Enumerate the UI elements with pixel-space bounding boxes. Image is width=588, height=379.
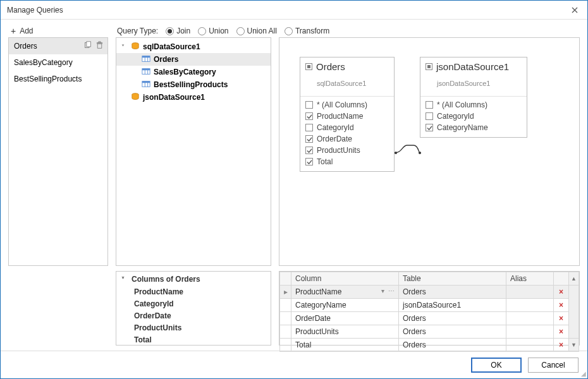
- columns-of-item[interactable]: ProductName: [116, 286, 271, 298]
- grid-cell-table[interactable]: Orders: [399, 339, 506, 352]
- columns-of-panel: ˅Columns of Orders ProductName CategoryI…: [116, 271, 271, 346]
- card-columns: * (All Columns) CategoryId CategoryName: [420, 96, 527, 137]
- grid-cell-column[interactable]: CategoryName: [291, 299, 399, 312]
- grid-row[interactable]: Total Orders × ▼: [280, 339, 579, 352]
- table-icon: [142, 80, 150, 90]
- card-col-categoryid[interactable]: CategoryId: [305, 123, 389, 132]
- query-type-join[interactable]: Join: [166, 27, 190, 35]
- queries-list: Orders SalesByCategory BestSellingProduc…: [8, 37, 108, 266]
- source-node-jsondatasource1[interactable]: ˅ jsonDataSource1: [116, 91, 271, 104]
- delete-row-button[interactable]: ×: [559, 301, 563, 310]
- grid-cell-table[interactable]: Orders: [399, 312, 506, 325]
- grid-cell-alias[interactable]: [506, 339, 554, 352]
- join-connector[interactable]: [395, 145, 421, 166]
- center-row: ˅ sqlDataSource1 Orders SalesByCategory: [116, 37, 580, 266]
- card-col-productname[interactable]: ProductName: [305, 112, 389, 121]
- delete-row-button[interactable]: ×: [559, 314, 563, 323]
- queries-panel: + Add Orders SalesByCategory: [8, 23, 108, 266]
- grid-cell-column[interactable]: ProductUnits: [291, 325, 399, 339]
- query-item-label: BestSellingProducts: [14, 75, 82, 83]
- grid-cell-table[interactable]: Orders: [399, 286, 506, 299]
- query-type-transform[interactable]: Transform: [285, 27, 329, 35]
- grid-row[interactable]: ProductUnits Orders ×: [280, 325, 579, 339]
- titlebar: Manage Queries: [1, 1, 587, 20]
- canvas-card-jsondatasource1[interactable]: jsonDataSource1 jsonDataSource1 * (All C…: [420, 57, 527, 138]
- delete-row-button[interactable]: ×: [559, 327, 563, 336]
- source-table-orders[interactable]: Orders: [116, 53, 271, 66]
- grid-cell-column[interactable]: ProductName▾ ⋯: [291, 286, 399, 299]
- ok-button[interactable]: OK: [471, 358, 522, 373]
- svg-point-16: [395, 152, 397, 154]
- query-type-union[interactable]: Union: [198, 27, 228, 35]
- table-icon: [142, 55, 150, 64]
- delete-icon[interactable]: [95, 41, 104, 51]
- delete-row-button[interactable]: ×: [559, 340, 563, 349]
- footer: OK Cancel ◢: [1, 351, 587, 378]
- query-item-salesbycategory[interactable]: SalesByCategory: [9, 54, 107, 71]
- grid-row[interactable]: ▸ ProductName▾ ⋯ Orders ×: [280, 286, 579, 299]
- query-type-row: Query Type: Join Union Union All Transfo…: [116, 23, 580, 37]
- window-title: Manage Queries: [7, 6, 63, 15]
- join-canvas[interactable]: Orders sqlDataSource1 * (All Columns) Pr…: [279, 37, 580, 266]
- query-type-unionall[interactable]: Union All: [236, 27, 277, 35]
- svg-rect-4: [142, 56, 150, 57]
- query-item-orders[interactable]: Orders: [9, 38, 107, 54]
- query-item-bestsellingproducts[interactable]: BestSellingProducts: [9, 71, 107, 87]
- grid-cell-alias[interactable]: [506, 312, 554, 325]
- grid-cell-table[interactable]: Orders: [399, 325, 506, 339]
- card-handle-icon[interactable]: [426, 63, 432, 70]
- grid-cell-alias[interactable]: [506, 299, 554, 312]
- grid-header-row: Column Table Alias ▲: [280, 272, 579, 286]
- expander-icon[interactable]: ˅: [121, 276, 128, 283]
- center-column: Query Type: Join Union Union All Transfo…: [116, 23, 580, 266]
- columns-of-item[interactable]: CategoryId: [116, 298, 271, 310]
- query-item-label: Orders: [14, 42, 37, 51]
- output-grid: Column Table Alias ▲ ▸ ProductName▾ ⋯ Or…: [279, 271, 580, 346]
- canvas-card-orders[interactable]: Orders sqlDataSource1 * (All Columns) Pr…: [300, 57, 395, 172]
- delete-row-button[interactable]: ×: [559, 287, 563, 296]
- cancel-button[interactable]: Cancel: [528, 358, 579, 373]
- scroll-up-button[interactable]: ▲: [569, 272, 579, 286]
- columns-of-item[interactable]: Total: [116, 334, 271, 346]
- source-node-sqldatasource1[interactable]: ˅ sqlDataSource1: [116, 40, 271, 53]
- grid-header-alias[interactable]: Alias: [506, 272, 554, 286]
- card-col-all[interactable]: * (All Columns): [426, 100, 522, 109]
- source-table-salesbycategory[interactable]: SalesByCategory: [116, 66, 271, 78]
- expander-icon[interactable]: ˅: [121, 44, 128, 51]
- grid-cell-column[interactable]: Total: [291, 339, 399, 352]
- card-col-total[interactable]: Total: [305, 157, 389, 166]
- grid-header-column[interactable]: Column: [291, 272, 399, 286]
- grid-cell-alias[interactable]: [506, 325, 554, 339]
- card-handle-icon[interactable]: [305, 63, 312, 70]
- radio-icon: [236, 27, 245, 35]
- columns-of-item[interactable]: OrderDate: [116, 310, 271, 322]
- scrollbar-track[interactable]: [569, 286, 579, 339]
- close-button[interactable]: [567, 3, 582, 18]
- grid-cell-alias[interactable]: [506, 286, 554, 299]
- card-subtitle: sqlDataSource1: [300, 73, 394, 96]
- grid-cell-column[interactable]: OrderDate: [291, 312, 399, 325]
- card-col-productunits[interactable]: ProductUnits: [305, 146, 389, 155]
- copy-icon[interactable]: [83, 41, 92, 51]
- svg-rect-8: [142, 68, 150, 70]
- card-col-all[interactable]: * (All Columns): [305, 100, 389, 109]
- svg-rect-12: [142, 81, 150, 83]
- add-label: Add: [20, 27, 33, 35]
- source-table-bestsellingproducts[interactable]: BestSellingProducts: [116, 78, 271, 91]
- grid-row[interactable]: CategoryName jsonDataSource1 ×: [280, 299, 579, 312]
- card-col-categoryname[interactable]: CategoryName: [426, 123, 522, 132]
- dropdown-icon[interactable]: ▾ ⋯: [381, 287, 395, 294]
- grid-header-table[interactable]: Table: [399, 272, 506, 286]
- card-col-categoryid[interactable]: CategoryId: [426, 112, 522, 121]
- database-icon: [131, 42, 140, 52]
- columns-of-item[interactable]: ProductUnits: [116, 322, 271, 334]
- query-type-label: Query Type:: [117, 27, 158, 35]
- card-col-orderdate[interactable]: OrderDate: [305, 135, 389, 143]
- add-query-button[interactable]: + Add: [8, 23, 108, 37]
- bottom-area: ˅Columns of Orders ProductName CategoryI…: [1, 266, 587, 351]
- columns-of-header[interactable]: ˅Columns of Orders: [116, 273, 271, 286]
- grid-cell-table[interactable]: jsonDataSource1: [399, 299, 506, 312]
- grid-row[interactable]: OrderDate Orders ×: [280, 312, 579, 325]
- plus-icon: +: [11, 26, 16, 36]
- scroll-down-button[interactable]: ▼: [569, 339, 579, 352]
